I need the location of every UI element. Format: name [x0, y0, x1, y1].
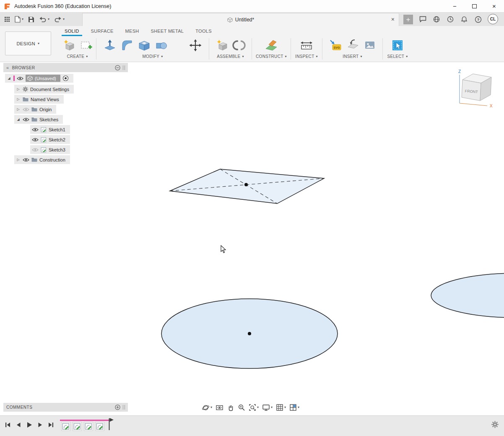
- new-component-button[interactable]: [214, 37, 230, 53]
- press-pull-button[interactable]: [102, 37, 118, 53]
- workspace-selector[interactable]: DESIGN ▾: [5, 31, 51, 55]
- visibility-eye-icon[interactable]: [32, 128, 39, 132]
- circle-center-point[interactable]: [248, 332, 251, 335]
- new-tab-button[interactable]: +: [403, 15, 413, 24]
- browser-item-sketch2[interactable]: Sketch2: [30, 135, 70, 144]
- sketch-circle-profile-right[interactable]: [431, 273, 504, 318]
- create-menu[interactable]: CREATE▾: [67, 54, 88, 59]
- document-tab[interactable]: Untitled* ×: [82, 13, 399, 26]
- sketch-center-point[interactable]: [244, 183, 248, 186]
- viewports-button[interactable]: ▾: [289, 404, 299, 411]
- visibility-eye-icon-hidden[interactable]: [32, 148, 39, 152]
- redo-button[interactable]: ▾: [54, 16, 65, 22]
- expand-arrow-icon[interactable]: ▷: [16, 158, 21, 162]
- new-solid-button[interactable]: [61, 37, 77, 53]
- skip-to-end-button[interactable]: [48, 422, 54, 428]
- select-menu[interactable]: SELECT▾: [387, 54, 408, 59]
- browser-item-sketch1[interactable]: Sketch1: [30, 125, 70, 134]
- play-button[interactable]: [26, 422, 32, 428]
- visibility-eye-icon[interactable]: [17, 76, 23, 81]
- visibility-eye-icon[interactable]: [23, 117, 29, 122]
- undo-button[interactable]: ▾: [39, 16, 49, 22]
- account-avatar[interactable]: CL: [488, 14, 498, 24]
- construction-plane-button[interactable]: [263, 37, 279, 53]
- browser-item-construction[interactable]: ▷ Construction: [14, 155, 70, 164]
- grid-snap-button[interactable]: ▾: [276, 404, 286, 411]
- timeline-feature-sketch1[interactable]: [61, 422, 70, 431]
- move-copy-button[interactable]: [187, 37, 203, 53]
- job-status-button[interactable]: [447, 16, 454, 23]
- expand-comments-icon[interactable]: [115, 405, 120, 410]
- combine-button[interactable]: [153, 37, 169, 53]
- view-cube[interactable]: Z X FRONT: [453, 67, 499, 109]
- minimize-button[interactable]: −: [445, 0, 465, 12]
- visibility-eye-icon[interactable]: [23, 158, 29, 162]
- panel-drag-grip[interactable]: [123, 405, 125, 410]
- sketch-circle-profile[interactable]: [161, 299, 338, 368]
- browser-item-root[interactable]: ◢ (Unsaved): [5, 74, 73, 83]
- modify-menu[interactable]: MODIFY▾: [142, 54, 163, 59]
- extensions-button[interactable]: [433, 16, 440, 23]
- inspect-menu[interactable]: INSPECT▾: [295, 54, 318, 59]
- model-viewport[interactable]: [0, 62, 504, 415]
- save-button[interactable]: [28, 16, 34, 23]
- close-button[interactable]: ×: [484, 0, 504, 12]
- skip-to-start-button[interactable]: [5, 422, 10, 428]
- pan-button[interactable]: [227, 404, 234, 411]
- fit-button[interactable]: ▾: [249, 404, 259, 411]
- visibility-eye-icon[interactable]: [32, 138, 39, 142]
- minimize-panel-icon[interactable]: [115, 65, 120, 70]
- assemble-menu[interactable]: ASSEMBLE▾: [217, 54, 244, 59]
- help-button[interactable]: ?: [475, 16, 482, 23]
- fillet-button[interactable]: [119, 37, 135, 53]
- insert-menu[interactable]: INSERT▾: [343, 54, 362, 59]
- select-button[interactable]: [390, 37, 405, 53]
- collapse-panel-icon[interactable]: «: [6, 65, 9, 70]
- visibility-eye-icon-hidden[interactable]: [23, 107, 29, 112]
- activate-component-radio[interactable]: [62, 75, 69, 81]
- browser-item-sketches[interactable]: ◢ Sketches: [14, 115, 63, 124]
- timeline-feature-sketch2[interactable]: [73, 422, 82, 431]
- expand-arrow-icon[interactable]: ▷: [16, 88, 21, 91]
- timeline-settings-gear-icon[interactable]: [491, 421, 499, 428]
- timeline-feature-sketch3[interactable]: [84, 422, 93, 431]
- orbit-button[interactable]: ▾: [202, 404, 212, 412]
- insert-derive-button[interactable]: [345, 37, 361, 53]
- notifications-button[interactable]: [461, 16, 468, 23]
- comments-panel-button[interactable]: [419, 16, 426, 23]
- maximize-button[interactable]: [465, 0, 484, 12]
- app-grid-menu-button[interactable]: [4, 16, 10, 22]
- step-back-button[interactable]: [16, 422, 21, 428]
- insert-svg-button[interactable]: SVG: [327, 37, 343, 53]
- display-settings-button[interactable]: ▾: [262, 404, 273, 411]
- zoom-button[interactable]: [238, 404, 245, 411]
- joint-button[interactable]: [231, 37, 247, 53]
- file-menu-button[interactable]: ▾: [15, 16, 23, 23]
- tab-surface[interactable]: SURFACE: [85, 26, 120, 36]
- timeline-playhead[interactable]: [108, 417, 114, 431]
- insert-canvas-button[interactable]: [362, 37, 378, 53]
- tab-sheet-metal[interactable]: SHEET METAL: [145, 26, 190, 36]
- root-document-chip[interactable]: (Unsaved): [26, 75, 60, 82]
- browser-item-document-settings[interactable]: ▷ Document Settings: [14, 85, 74, 94]
- look-at-button[interactable]: [216, 404, 223, 412]
- measure-button[interactable]: [299, 37, 314, 53]
- expand-arrow-icon[interactable]: ▷: [16, 108, 21, 111]
- shell-button[interactable]: [136, 37, 152, 53]
- browser-item-sketch3[interactable]: Sketch3: [30, 145, 70, 154]
- close-tab-button[interactable]: ×: [391, 16, 395, 23]
- step-forward-button[interactable]: [38, 422, 43, 428]
- tab-mesh[interactable]: MESH: [120, 26, 145, 36]
- create-sketch-button[interactable]: [78, 37, 94, 53]
- expand-arrow-icon[interactable]: ▷: [16, 98, 21, 101]
- expand-arrow-icon[interactable]: ◢: [7, 77, 11, 80]
- browser-header[interactable]: « BROWSER: [3, 63, 128, 72]
- tab-tools[interactable]: TOOLS: [190, 26, 218, 36]
- panel-drag-grip[interactable]: [123, 65, 125, 70]
- expand-arrow-icon[interactable]: ◢: [16, 118, 21, 121]
- comments-bar[interactable]: COMMENTS: [3, 403, 128, 412]
- browser-item-named-views[interactable]: ▷ Named Views: [14, 95, 64, 104]
- tab-solid[interactable]: SOLID: [59, 26, 85, 36]
- browser-item-origin[interactable]: ▷ Origin: [14, 105, 56, 114]
- timeline-feature-sketch4[interactable]: [95, 422, 104, 431]
